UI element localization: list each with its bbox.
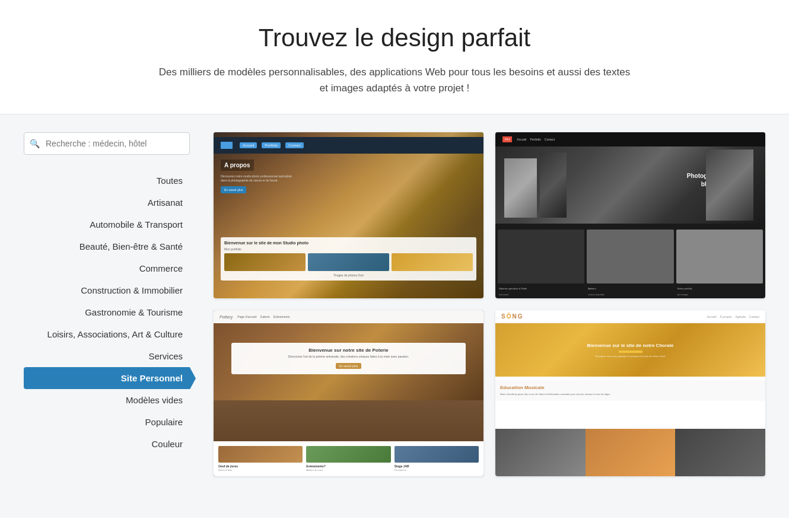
- template-image-4: SÖNG Accueil À propos Agenda Contact Bie…: [495, 310, 765, 476]
- tmpl-4-hero-text: Bienvenue sur le site de notre Chorale: [587, 343, 674, 348]
- tmpl-1-content: A propos Découvrez notre studio photo pr…: [221, 159, 476, 193]
- tmpl-1-bg: Accueil Portfolio Contact A propos Décou…: [214, 132, 483, 298]
- tmpl-1-portfolio-img-1: [224, 253, 306, 271]
- tmpl-2-logo: PH: [502, 136, 512, 142]
- tmpl-4-hero: Bienvenue sur le site de notre Chorale R…: [495, 323, 765, 377]
- tmpl-4-nav-link-4: Contact: [749, 315, 759, 318]
- tmpl-2-nav-links: Accueil Portfolio Contact: [517, 138, 555, 141]
- sidebar-item-automobile[interactable]: Automobile & Transport: [24, 214, 190, 235]
- tmpl-2-bottom: Galeries spéciales à l'huile fond contac…: [495, 227, 765, 298]
- tmpl-3-welcome-text: Découvrez l'art de la poterie artisanale…: [236, 355, 461, 359]
- template-image-2: PH Accueil Portfolio Contact Photographi…: [495, 132, 765, 298]
- tmpl-2-col-3: Notre portfolio plus d'images: [676, 230, 763, 296]
- sidebar-item-modeles-vides[interactable]: Modèles vides: [24, 389, 190, 411]
- sidebar-item-commerce[interactable]: Commerce: [24, 257, 190, 279]
- sidebar-item-couleur[interactable]: Couleur: [24, 433, 190, 455]
- tmpl-3-logo: Pottery: [219, 315, 233, 319]
- tmpl-1-portfolio-img-3: [392, 253, 473, 271]
- tmpl-2-fig-1: [504, 158, 537, 218]
- tmpl-2-nav-link-1: Accueil: [517, 138, 526, 141]
- search-wrapper: 🔍: [24, 132, 190, 155]
- tmpl-1-btn: En savoir plus: [221, 186, 246, 193]
- tmpl-3-label-2: Evénements?: [306, 464, 390, 468]
- tmpl-3-img-1: [218, 446, 303, 463]
- sidebar-nav: Toutes Artisanat Automobile & Transport …: [24, 170, 190, 455]
- tmpl-2-fig-2: [540, 152, 567, 218]
- tmpl-3-welcome-title: Bienvenue sur notre site de Poterie: [236, 348, 461, 353]
- tmpl-2-img-2: [587, 230, 673, 283]
- tmpl-2-caption-2: Ateliers: [587, 286, 673, 291]
- tmpl-2-col-1: Galeries spéciales à l'huile fond contac…: [498, 230, 584, 296]
- tmpl-2-desc-2: sessions disponibles: [587, 294, 673, 296]
- tmpl-4-nav-links: Accueil À propos Agenda Contact: [707, 315, 759, 318]
- sidebar: 🔍 Toutes Artisanat Automobile & Transpor…: [24, 132, 190, 500]
- tmpl-3-desc-1: Vases & bols: [218, 469, 303, 472]
- search-input[interactable]: [24, 132, 190, 155]
- tmpl-3-grid-items: Oeuf de jivres Vases & bols Evénements? …: [218, 446, 479, 472]
- page-title: Trouvez le design parfait: [12, 24, 777, 52]
- tmpl-2-nav: PH Accueil Portfolio Contact: [495, 132, 765, 146]
- tmpl-4-nav-link-2: À propos: [720, 315, 732, 318]
- tmpl-3-img-2: [306, 446, 390, 463]
- main-content: 🔍 Toutes Artisanat Automobile & Transpor…: [0, 114, 789, 518]
- tmpl-3-desc-3: Formations: [394, 469, 479, 472]
- tmpl-1-nav-link-2: Portfolio: [262, 142, 281, 148]
- tmpl-3-grid-item-1: Oeuf de jivres Vases & bols: [218, 446, 303, 472]
- sidebar-item-beaute[interactable]: Beauté, Bien-être & Santé: [24, 235, 190, 257]
- tmpl-1-hero-text: A propos: [221, 160, 254, 171]
- sidebar-item-gastronomie[interactable]: Gastronomie & Tourisme: [24, 301, 190, 323]
- templates-grid: Accueil Portfolio Contact A propos Décou…: [214, 132, 765, 500]
- tmpl-3-img-3: [394, 446, 479, 463]
- tmpl-1-desc: Découvrez notre studio photo professionn…: [221, 174, 292, 183]
- tmpl-1-portfolio-subtitle: Mon portfolio: [224, 247, 473, 251]
- tmpl-2-bg: PH Accueil Portfolio Contact Photographi…: [495, 132, 765, 298]
- sidebar-item-populaire[interactable]: Populaire: [24, 411, 190, 433]
- template-card-3[interactable]: Pottery Page d'accueil Galerie Evénement…: [214, 310, 483, 476]
- sidebar-item-site-personnel[interactable]: Site Personnel: [24, 367, 190, 389]
- tmpl-2-caption-3: Notre portfolio: [676, 286, 763, 291]
- tmpl-2-caption-1: Galeries spéciales à l'huile: [498, 286, 584, 291]
- tmpl-1-nav: Accueil Portfolio Contact: [214, 137, 483, 154]
- template-card-1[interactable]: Accueil Portfolio Contact A propos Décou…: [214, 132, 483, 298]
- tmpl-2-fig-3: [706, 149, 753, 221]
- tmpl-3-grid-item-2: Evénements? Ateliers & cours: [306, 446, 390, 472]
- tmpl-1-portfolio-title: Bienvenue sur le site de mon Studio phot…: [224, 241, 473, 245]
- sidebar-item-toutes[interactable]: Toutes: [24, 170, 190, 192]
- tmpl-4-logo: SÖNG: [501, 313, 523, 320]
- tmpl-4-nav: SÖNG Accueil À propos Agenda Contact: [495, 310, 765, 323]
- tmpl-4-yellow-bar: [619, 351, 642, 353]
- tmpl-1-portfolio-img-2: [308, 253, 389, 271]
- sidebar-item-artisanat[interactable]: Artisanat: [24, 192, 190, 214]
- tmpl-1-portfolio-grid: [224, 253, 473, 271]
- sidebar-item-services[interactable]: Services: [24, 345, 190, 367]
- tmpl-1-tirages: Tirages de photos d'art: [224, 273, 473, 277]
- tmpl-4-nav-link-3: Agenda: [736, 315, 746, 318]
- tmpl-4-nav-link-1: Accueil: [707, 315, 716, 318]
- header-subtitle: Des milliers de modèles personnalisables…: [157, 64, 632, 96]
- template-card-2[interactable]: PH Accueil Portfolio Contact Photographi…: [495, 132, 765, 298]
- tmpl-2-desc-3: plus d'images: [676, 294, 763, 296]
- template-card-4[interactable]: SÖNG Accueil À propos Agenda Contact Bie…: [495, 310, 765, 476]
- tmpl-4-images: [495, 429, 765, 476]
- tmpl-4-section: Education Musicale Notre chorale propose…: [495, 380, 765, 401]
- template-image-1: Accueil Portfolio Contact A propos Décou…: [214, 132, 483, 298]
- tmpl-4-img-3: [675, 429, 765, 476]
- sidebar-item-loisirs[interactable]: Loisirs, Associations, Art & Culture: [24, 323, 190, 345]
- tmpl-1-portfolio: Bienvenue sur le site de mon Studio phot…: [221, 237, 476, 281]
- tmpl-3-nav: Pottery Page d'accueil Galerie Evénement…: [214, 310, 483, 323]
- template-image-3: Pottery Page d'accueil Galerie Evénement…: [214, 310, 483, 476]
- tmpl-4-img-2: [586, 429, 676, 476]
- sidebar-item-construction[interactable]: Construction & Immobilier: [24, 279, 190, 301]
- tmpl-3-nav-links: Page d'accueil Galerie Evénements: [237, 315, 289, 318]
- tmpl-3-label-1: Oeuf de jivres: [218, 464, 303, 468]
- tmpl-2-hero: Photographie en noir etblanc intemporell…: [495, 146, 765, 224]
- tmpl-3-grid: Oeuf de jivres Vases & bols Evénements? …: [214, 441, 483, 476]
- tmpl-3-nav-link-3: Evénements: [273, 315, 290, 318]
- tmpl-2-desc-1: fond contact: [498, 294, 584, 296]
- tmpl-3-nav-link-1: Page d'accueil: [237, 315, 256, 318]
- tmpl-2-img-3: [676, 230, 763, 283]
- tmpl-3-bg: Pottery Page d'accueil Galerie Evénement…: [214, 310, 483, 476]
- tmpl-1-logo: [221, 142, 233, 149]
- tmpl-3-welcome: Bienvenue sur notre site de Poterie Déco…: [231, 343, 466, 374]
- tmpl-3-welcome-btn: En savoir plus: [336, 363, 361, 369]
